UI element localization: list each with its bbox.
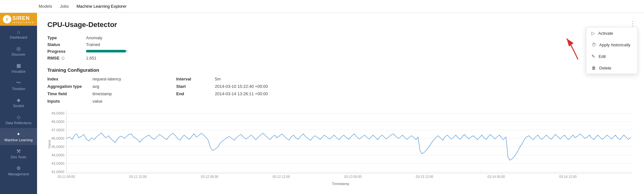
- delete-label: Delete: [599, 66, 611, 70]
- dropdown-edit[interactable]: ✎ Edit: [586, 51, 637, 62]
- logo-name: SIREN: [13, 15, 34, 21]
- rmse-label: RMSE ⓘ: [47, 56, 86, 61]
- sidebar-label-management: Management: [8, 172, 29, 176]
- discover-icon: ◎: [16, 46, 21, 51]
- delete-icon: 🗑: [591, 65, 596, 70]
- svg-text:42,0000: 42,0000: [51, 170, 64, 174]
- data-reflections-icon: ◇: [17, 114, 21, 120]
- training-section-title: Training Configuration: [47, 67, 634, 73]
- aggregation-label: Aggregation type: [47, 84, 92, 89]
- timelion-icon: 〜: [16, 80, 21, 86]
- svg-text:46,0000: 46,0000: [51, 136, 64, 140]
- sidebar-logo: S SIREN INVESTIGATE: [0, 13, 37, 26]
- dev-tools-icon: ⚒: [16, 148, 21, 154]
- content-area: ⋮ ▷ Activate ⏱ Apply historically ✎ Edit…: [37, 13, 644, 194]
- progress-label: Progress: [47, 49, 86, 54]
- status-value: Trained: [86, 42, 634, 47]
- sentinl-icon: ◈: [17, 97, 21, 103]
- logo-sub: INVESTIGATE: [13, 21, 34, 23]
- sidebar: S SIREN INVESTIGATE ⌂ Dashboard ◎ Discov…: [0, 13, 37, 194]
- svg-text:03-12 00:00: 03-12 00:00: [201, 175, 218, 179]
- sidebar-label-dashboard: Dashboard: [10, 35, 27, 39]
- more-options-button[interactable]: ⋮: [628, 19, 638, 28]
- sidebar-item-timelion[interactable]: 〜 Timelion: [0, 77, 37, 94]
- main-layout: S SIREN INVESTIGATE ⌂ Dashboard ◎ Discov…: [0, 13, 644, 194]
- sidebar-label-sentinl: Sentinl: [13, 104, 24, 108]
- rmse-info-icon: ⓘ: [61, 57, 64, 60]
- sidebar-item-sentinl[interactable]: ◈ Sentinl: [0, 94, 37, 111]
- info-grid: Type Anomaly Status Trained Progress RMS…: [47, 35, 634, 61]
- nav-ml-explorer[interactable]: Machine Learning Explorer: [76, 4, 126, 9]
- dropdown-activate[interactable]: ▷ Activate: [586, 27, 637, 39]
- activate-icon: ▷: [591, 31, 595, 36]
- apply-historically-label: Apply historically: [599, 42, 630, 47]
- svg-text:47,0000: 47,0000: [51, 128, 64, 132]
- start-value: 2014-03-10 15:22:40 +00:00: [215, 84, 634, 89]
- chart-x-label: Timestamp: [47, 182, 634, 186]
- svg-text:48,0000: 48,0000: [51, 120, 64, 124]
- svg-text:Value: Value: [47, 140, 51, 148]
- activate-label: Activate: [598, 31, 613, 36]
- svg-text:43,0000: 43,0000: [51, 162, 64, 165]
- nav-models[interactable]: Models: [39, 4, 52, 9]
- svg-text:03-13 00:00: 03-13 00:00: [344, 175, 361, 179]
- sidebar-item-dashboard[interactable]: ⌂ Dashboard: [0, 26, 37, 42]
- apply-historically-icon: ⏱: [591, 42, 596, 47]
- end-label: End: [176, 91, 215, 96]
- sidebar-item-visualize[interactable]: ▦ Visualize: [0, 60, 37, 77]
- chart-container: 49,0000 48,0000 47,0000 46,0000 45,0000 …: [47, 109, 634, 186]
- sidebar-label-data-reflections: Data Reflections: [5, 121, 32, 125]
- svg-text:03-14 12:00: 03-14 12:00: [559, 175, 577, 179]
- inputs-value: value: [92, 99, 176, 104]
- top-nav: Models Jobs Machine Learning Explorer: [0, 0, 644, 13]
- svg-text:03-11 12:00: 03-11 12:00: [129, 175, 147, 179]
- timefield-value: timestamp: [92, 91, 176, 96]
- timefield-label: Time field: [47, 91, 92, 96]
- sidebar-item-discover[interactable]: ◎ Discover: [0, 42, 37, 60]
- svg-text:03-14 00:00: 03-14 00:00: [487, 175, 505, 179]
- svg-text:44,0000: 44,0000: [51, 153, 64, 157]
- progress-bar-fill: [86, 50, 126, 52]
- progress-bar-wrap: [86, 50, 128, 52]
- dropdown-delete[interactable]: 🗑 Delete: [586, 62, 637, 74]
- management-icon: ⚙: [16, 165, 21, 171]
- chart-svg: 49,0000 48,0000 47,0000 46,0000 45,0000 …: [47, 109, 634, 180]
- sidebar-label-visualize: Visualize: [12, 69, 26, 73]
- nav-jobs[interactable]: Jobs: [60, 4, 69, 9]
- rmse-value: 1.651: [86, 56, 634, 61]
- page-title: CPU-Usage-Detector: [47, 21, 634, 29]
- index-value: request-latency: [92, 77, 176, 81]
- index-label: Index: [47, 77, 92, 81]
- sidebar-label-machine-learning: Machine Learning: [5, 138, 33, 142]
- start-label: Start: [176, 84, 215, 89]
- dashboard-icon: ⌂: [17, 29, 20, 34]
- sidebar-item-data-reflections[interactable]: ◇ Data Reflections: [0, 111, 37, 128]
- aggregation-value: avg: [92, 84, 176, 89]
- sidebar-label-timelion: Timelion: [12, 87, 25, 91]
- edit-label: Edit: [599, 54, 606, 59]
- interval-label: Interval: [176, 77, 215, 81]
- svg-text:03-11 00:00: 03-11 00:00: [58, 175, 75, 179]
- sidebar-item-machine-learning[interactable]: ✦ Machine Learning: [0, 128, 37, 145]
- sidebar-item-dev-tools[interactable]: ⚒ Dev Tools: [0, 145, 37, 162]
- type-value: Anomaly: [86, 35, 634, 40]
- visualize-icon: ▦: [16, 63, 21, 69]
- machine-learning-icon: ✦: [16, 131, 21, 137]
- edit-icon: ✎: [591, 54, 595, 59]
- dropdown-apply-historically[interactable]: ⏱ Apply historically: [586, 39, 637, 51]
- dropdown-menu: ▷ Activate ⏱ Apply historically ✎ Edit 🗑…: [586, 27, 638, 74]
- training-grid: Index request-latency Interval 5m Aggreg…: [47, 77, 634, 104]
- svg-text:03-12 12:00: 03-12 12:00: [273, 175, 290, 179]
- status-label: Status: [47, 42, 86, 47]
- sidebar-item-management[interactable]: ⚙ Management: [0, 162, 37, 179]
- sidebar-label-discover: Discover: [12, 52, 25, 56]
- type-label: Type: [47, 35, 86, 40]
- end-value: 2014-03-14 13:26:11 +00:00: [215, 91, 634, 96]
- svg-text:03-13 12:00: 03-13 12:00: [416, 175, 433, 179]
- svg-text:49,0000: 49,0000: [51, 111, 64, 115]
- inputs-label: Inputs: [47, 99, 92, 104]
- progress-bar-container: [86, 49, 634, 54]
- sidebar-label-dev-tools: Dev Tools: [11, 155, 26, 159]
- svg-text:45,0000: 45,0000: [51, 145, 64, 149]
- interval-value: 5m: [215, 77, 634, 81]
